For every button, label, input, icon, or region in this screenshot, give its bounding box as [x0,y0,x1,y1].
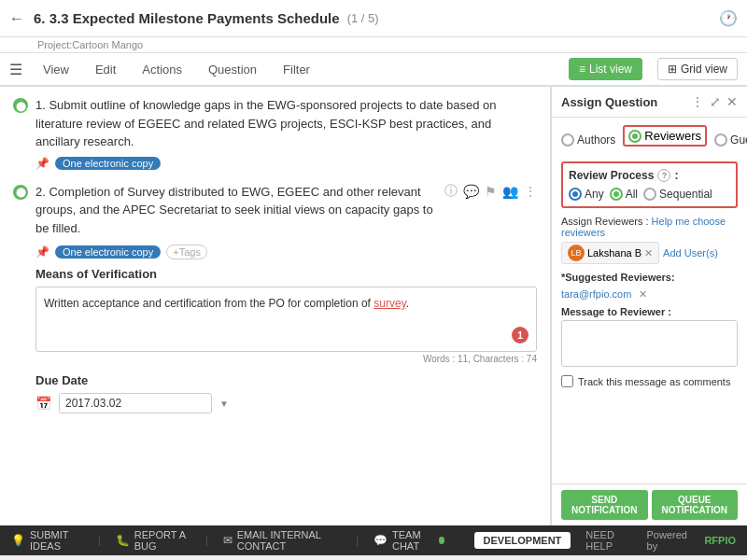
rp-more-icon[interactable]: ⋮ [691,94,704,109]
reviewers-tab-highlighted[interactable]: Reviewers [623,125,707,147]
toolbar: ☰ View Edit Actions Question Filter ≡ Li… [0,53,747,87]
question-2: ⬤ 2. Completion of Survey distributed to… [13,183,537,414]
track-checkbox[interactable] [561,375,573,387]
due-date-label: Due Date [35,373,537,387]
powered-by-label: Powered by [647,529,690,552]
submit-ideas-icon: 💡 [11,534,25,547]
submit-ideas-label: SUBMIT IDEAS [30,529,83,552]
due-date-input[interactable] [59,393,212,413]
page-title: 6. 3.3 Expected Milestone Payments Sched… [34,10,340,26]
project-subtitle: Project:Cartoon Mango [0,37,747,53]
date-dropdown-arrow[interactable]: ▼ [219,399,229,409]
rp-header: Assign Question ⋮ ⤢ ✕ [552,87,747,118]
error-badge: 1 [512,327,529,343]
grid-view-icon: ⊞ [668,63,677,76]
question-2-number: ⬤ [13,185,28,200]
review-process-label: Review Process ? : [569,169,730,182]
assign-reviewers-text: Assign Reviewers : [561,216,649,227]
review-process-help-icon[interactable]: ? [657,169,670,182]
report-bug-item[interactable]: 🐛 REPORT A BUG [116,529,190,552]
means-label: Means of Verification [35,267,537,281]
suggested-label: *Suggested Reviewers: [561,272,738,283]
reviewer-row: LB Lakshana B ✕ Add User(s) [561,242,738,264]
suggested-email[interactable]: tara@rfpio.com [561,288,631,300]
online-dot [439,537,444,544]
bug-icon: 🐛 [116,534,130,547]
tab-guest[interactable]: Guest [714,133,747,147]
review-process-colon: : [674,169,678,182]
chip-close-button[interactable]: ✕ [644,247,653,259]
add-user-button[interactable]: Add User(s) [663,247,718,259]
plus-tags[interactable]: +Tags [166,245,207,259]
development-button[interactable]: DEVELOPMENT [474,532,571,549]
reviewers-radio[interactable] [628,130,641,143]
assign-question-panel: Assign Question ⋮ ⤢ ✕ Authors Reviewers [551,87,747,525]
actions-menu[interactable]: Actions [136,59,188,80]
due-date-section: Due Date 📅 ▼ [35,373,537,413]
authors-radio[interactable] [561,133,574,147]
email-contact-item[interactable]: ✉ EMAIL INTERNAL CONTACT [223,529,341,552]
sequential-option[interactable]: Sequential [643,188,712,201]
sequential-label: Sequential [659,188,712,201]
q2-help-icon[interactable]: ⓘ [444,183,458,200]
email-icon: ✉ [223,534,233,547]
team-chat-item[interactable]: 💬 TEAM CHAT [374,529,444,552]
rfpio-logo: RFPIO [704,535,736,546]
view-menu[interactable]: View [37,59,75,80]
question-2-tag[interactable]: One electronic copy [55,245,161,259]
back-button[interactable]: ← [9,10,24,27]
assign-reviewers-label: Assign Reviewers : Help me choose review… [561,216,738,238]
word-count: Words : 11, Characters : 74 [35,354,537,364]
hamburger-icon[interactable]: ☰ [9,61,22,78]
question-menu[interactable]: Question [203,59,262,80]
list-view-button[interactable]: ≡ List view [569,58,642,80]
send-notification-button[interactable]: SEND NOTIFICATION [561,490,648,520]
authors-label: Authors [577,133,615,147]
action-buttons: SEND NOTIFICATION QUEUE NOTIFICATION [552,483,747,525]
means-text-part2: . [406,297,409,310]
guest-radio[interactable] [714,133,727,147]
means-of-verification-text[interactable]: Written acceptance and certification fro… [35,287,537,352]
tag-icon-2: 📌 [35,245,49,259]
question-2-subsection: 📌 One electronic copy +Tags Means of Ver… [35,245,537,413]
sequential-radio[interactable] [643,188,656,201]
track-row: Track this message as comments [561,375,738,387]
need-help-label[interactable]: NEED HELP [585,529,631,552]
q2-users-icon[interactable]: 👥 [502,184,518,199]
question-2-text: 2. Completion of Survey distributed to E… [35,183,437,238]
any-option[interactable]: Any [569,188,604,201]
tag-icon-1: 📌 [35,157,49,170]
all-label: All [626,188,638,201]
message-label: Message to Reviewer : [561,306,738,317]
question-1-tag[interactable]: One electronic copy [55,157,161,170]
rp-title: Assign Question [561,95,685,109]
queue-notification-button[interactable]: QUEUE NOTIFICATION [652,490,739,520]
rp-close-icon[interactable]: ✕ [726,94,738,109]
message-textarea[interactable] [561,320,738,367]
filter-menu[interactable]: Filter [277,59,316,80]
reviewer-avatar: LB [568,245,585,261]
question-1-text: 1. Submit outline of knowledge gaps in t… [35,96,537,151]
report-bug-label: REPORT A BUG [134,529,190,552]
all-option[interactable]: All [610,188,638,201]
edit-menu[interactable]: Edit [90,59,121,80]
question-2-actions: ⓘ 💬 ⚑ 👥 ⋮ [444,183,537,200]
rp-body: Authors Reviewers Guest Review Process ?… [552,118,747,483]
q2-more-icon[interactable]: ⋮ [524,184,537,199]
team-chat-label: TEAM CHAT [392,529,434,552]
reviewer-name: Lakshana B [587,247,641,259]
rp-expand-icon[interactable]: ⤢ [710,94,721,109]
suggested-reviewers: *Suggested Reviewers: tara@rfpio.com ✕ [561,272,738,301]
q2-comment-icon[interactable]: 💬 [463,184,479,199]
reviewers-label: Reviewers [644,129,701,143]
survey-link[interactable]: survey [374,297,405,310]
any-radio[interactable] [569,188,582,201]
any-label: Any [585,188,604,201]
suggested-remove[interactable]: ✕ [639,288,647,300]
tab-authors[interactable]: Authors [561,133,615,147]
all-radio[interactable] [610,188,623,201]
review-process-section: Review Process ? : Any All Seque [561,161,738,208]
submit-ideas-item[interactable]: 💡 SUBMIT IDEAS [11,529,83,552]
q2-flag-icon[interactable]: ⚑ [485,184,497,199]
grid-view-button[interactable]: ⊞ Grid view [657,58,738,80]
